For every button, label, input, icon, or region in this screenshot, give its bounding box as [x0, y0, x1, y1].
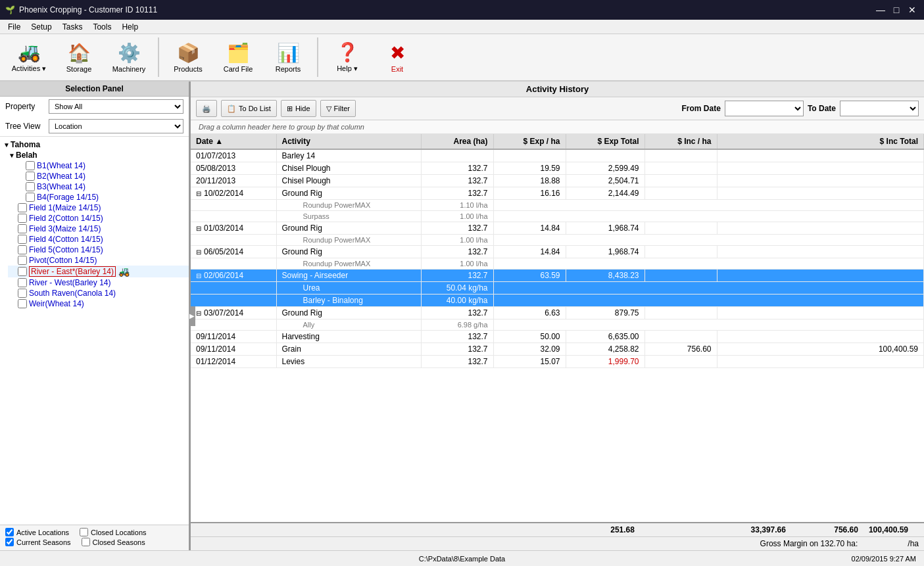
col-exppha[interactable]: $ Exp / ha [493, 134, 566, 149]
check-rivereast[interactable] [18, 267, 27, 276]
closed-locations-check[interactable]: Closed Locations [80, 528, 146, 536]
active-locations-check[interactable]: Active Locations [5, 528, 69, 536]
current-seasons-check[interactable]: Current Seasons [5, 538, 71, 546]
cardfile-button[interactable]: 🗂️ Card File [214, 36, 262, 78]
table-row[interactable]: 20/11/2013 Chisel Plough 132.7 18.88 2,5… [191, 175, 924, 187]
table-row[interactable]: ⊟03/07/2014 Ground Rig 132.7 6.63 879.75 [191, 307, 924, 319]
menu-help[interactable]: Help [116, 21, 143, 33]
minimize-button[interactable]: — [874, 3, 887, 16]
hide-button[interactable]: ⊞ Hide [281, 100, 316, 117]
check-pivot[interactable] [18, 256, 27, 265]
summary-table: 251.68 33,397.66 756.60 100,400.59 [337, 525, 919, 534]
tree-item-b4[interactable]: B4(Forage 14/15) [16, 192, 189, 202]
current-seasons-checkbox[interactable] [5, 538, 14, 546]
tree-view: ▼ Tahoma ▼ Belah B1(Wheat 14) B2(Wheat 1… [0, 136, 189, 525]
table-row[interactable]: 09/11/2014 Harvesting 132.7 50.00 6,635.… [191, 331, 924, 343]
todo-button[interactable]: 📋 To Do List [221, 100, 277, 117]
table-row[interactable]: 05/08/2013 Chisel Plough 132.7 19.59 2,5… [191, 162, 924, 175]
check-b2[interactable] [26, 172, 35, 181]
reports-button[interactable]: 📊 Reports [264, 36, 312, 78]
tree-item-field3[interactable]: Field 3(Maize 14/15) [8, 224, 189, 234]
closed-locations-checkbox[interactable] [80, 528, 88, 536]
check-b4[interactable] [26, 193, 35, 202]
table-row[interactable]: ⊟06/05/2014 Ground Rig 132.7 14.84 1,968… [191, 246, 924, 258]
tree-item-belah[interactable]: ▼ Belah [8, 150, 189, 160]
table-row-selected[interactable]: ⊟02/06/2014 Sowing - Airseeder 132.7 63.… [191, 270, 924, 282]
tree-item-southraven[interactable]: South Raven(Canola 14) [8, 288, 189, 298]
to-date-select[interactable] [840, 101, 919, 116]
check-b3[interactable] [26, 182, 35, 191]
tree-item-weir[interactable]: Weir(Wheat 14) [8, 298, 189, 309]
check-field3[interactable] [18, 224, 27, 233]
check-b1[interactable] [26, 161, 35, 170]
print-button[interactable]: 🖨️ [196, 100, 217, 117]
col-exptotal[interactable]: $ Exp Total [566, 134, 644, 149]
treeview-select[interactable]: Location [49, 119, 183, 133]
table-subrow-selected: Urea 50.04 kg/ha [191, 282, 924, 295]
check-southraven[interactable] [18, 289, 27, 298]
table-row[interactable]: 01/07/2013 Barley 14 [191, 149, 924, 162]
tree-item-riverwest[interactable]: River - West(Barley 14) [8, 277, 189, 288]
help-button[interactable]: ❓ Help ▾ [324, 36, 371, 78]
closed-seasons-checkbox[interactable] [82, 538, 90, 546]
tree-item-b3[interactable]: B3(Wheat 14) [16, 181, 189, 192]
products-button[interactable]: 📦 Products [164, 36, 212, 78]
collapse-handle[interactable]: ▶ [189, 306, 195, 326]
active-locations-checkbox[interactable] [5, 528, 14, 536]
menu-setup[interactable]: Setup [26, 21, 57, 33]
col-date[interactable]: Date ▲ [191, 134, 276, 149]
cell-sub-val: 50.04 kg/ha [421, 282, 493, 295]
table-row[interactable]: ⊟10/02/2014 Ground Rig 132.7 16.16 2,144… [191, 187, 924, 200]
machinery-label: Machinery [112, 65, 146, 73]
tree-item-b2[interactable]: B2(Wheat 14) [16, 171, 189, 181]
reports-icon: 📊 [277, 42, 300, 64]
storage-button[interactable]: 🏠 Storage [55, 36, 103, 78]
cell-area: 132.7 [421, 307, 493, 319]
cell-sub-val: 1.10 l/ha [421, 200, 493, 211]
from-date-select[interactable] [725, 101, 804, 116]
maximize-button[interactable]: □ [890, 3, 903, 16]
property-select[interactable]: Show All [49, 99, 183, 114]
tree-item-field1[interactable]: Field 1(Maize 14/15) [8, 202, 189, 213]
machinery-button[interactable]: ⚙️ Machinery [105, 36, 153, 78]
cell-date-sub [191, 282, 276, 295]
activities-button[interactable]: 🚜 Activities ▾ [5, 36, 53, 78]
table-row[interactable]: 01/12/2014 Levies 132.7 15.07 1,999.70 [191, 356, 924, 368]
table-row[interactable]: 09/11/2014 Grain 132.7 32.09 4,258.82 75… [191, 343, 924, 356]
filter-button[interactable]: ▽ Filter [320, 100, 356, 117]
tree-item-rivereast[interactable]: River - East*(Barley 14) 🚜 [8, 266, 189, 277]
check-field5[interactable] [18, 245, 27, 254]
menu-tools[interactable]: Tools [87, 21, 116, 33]
cell-incpha [644, 175, 717, 187]
col-activity[interactable]: Activity [276, 134, 421, 149]
tree-item-tahoma[interactable]: ▼ Tahoma [0, 139, 189, 150]
filter-icon: ▽ [326, 105, 331, 113]
col-inctotal[interactable]: $ Inc Total [717, 134, 924, 149]
exit-button[interactable]: ✖ Exit [374, 36, 421, 78]
col-area[interactable]: Area (ha) [421, 134, 493, 149]
check-field2[interactable] [18, 214, 27, 223]
check-riverwest[interactable] [18, 278, 27, 287]
cell-sub-val: 1.00 l/ha [421, 258, 493, 270]
col-incpha[interactable]: $ Inc / ha [644, 134, 717, 149]
tree-item-field2[interactable]: Field 2(Cotton 14/15) [8, 213, 189, 224]
table-row[interactable]: ⊟01/03/2014 Ground Rig 132.7 14.84 1,968… [191, 222, 924, 235]
tree-item-pivot[interactable]: Pivot(Cotton 14/15) [8, 255, 189, 266]
tree-item-field5[interactable]: Field 5(Cotton 14/15) [8, 245, 189, 255]
tree-item-field4[interactable]: Field 4(Cotton 14/15) [8, 234, 189, 245]
closed-seasons-check[interactable]: Closed Seasons [82, 538, 145, 546]
treeview-label: Tree View [5, 122, 45, 131]
check-field1[interactable] [18, 203, 27, 212]
activity-table-wrapper[interactable]: Date ▲ Activity Area (ha) $ Exp / ha $ E… [191, 134, 924, 522]
menu-file[interactable]: File [3, 21, 26, 33]
cell-incpha [644, 246, 717, 258]
cell-sub-name: Roundup PowerMAX [276, 235, 421, 246]
check-field4[interactable] [18, 235, 27, 244]
close-button[interactable]: ✕ [906, 3, 919, 16]
tree-item-b1[interactable]: B1(Wheat 14) [16, 160, 189, 171]
check-weir[interactable] [18, 299, 27, 308]
help-icon: ❓ [336, 41, 359, 63]
menu-tasks[interactable]: Tasks [57, 21, 88, 33]
panel-footer: Active Locations Closed Locations Curren… [0, 525, 189, 550]
treeview-row: Tree View Location [0, 116, 189, 136]
